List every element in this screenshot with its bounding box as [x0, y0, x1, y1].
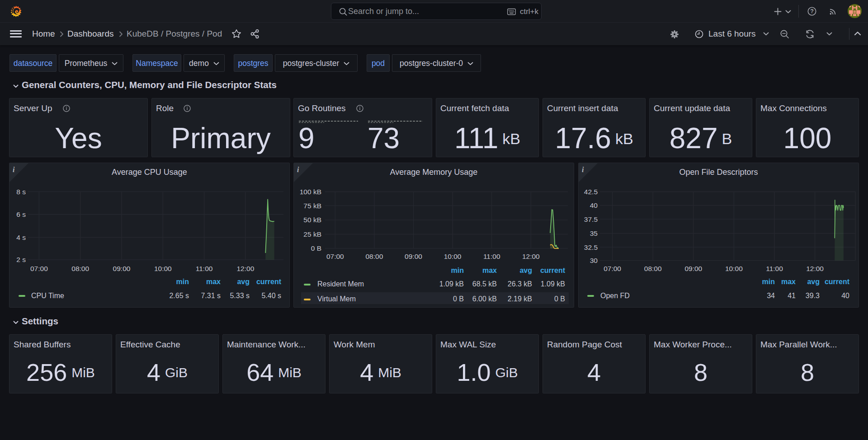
svg-text:08:00: 08:00 [71, 265, 89, 272]
svg-text:30: 30 [590, 257, 598, 264]
svg-text:6 s: 6 s [16, 211, 26, 218]
svg-text:10:00: 10:00 [444, 253, 462, 260]
svg-text:07:00: 07:00 [326, 253, 344, 260]
svg-text:07:00: 07:00 [604, 265, 621, 272]
svg-text:08:00: 08:00 [366, 253, 383, 260]
svg-text:10:00: 10:00 [154, 265, 172, 272]
svg-text:10:00: 10:00 [725, 265, 743, 272]
svg-text:11:00: 11:00 [483, 253, 500, 260]
svg-text:?: ? [810, 8, 814, 14]
svg-text:2 s: 2 s [16, 256, 26, 263]
svg-text:11:00: 11:00 [766, 265, 783, 272]
svg-text:37.5: 37.5 [584, 215, 598, 223]
svg-text:25 kB: 25 kB [303, 230, 321, 238]
svg-text:8 s: 8 s [16, 188, 26, 196]
svg-text:11:00: 11:00 [196, 265, 213, 272]
svg-text:40: 40 [590, 201, 598, 209]
svg-text:75 kB: 75 kB [303, 202, 321, 210]
svg-text:07:00: 07:00 [30, 265, 48, 272]
svg-text:42.5: 42.5 [584, 188, 598, 196]
svg-text:50 kB: 50 kB [303, 216, 321, 224]
svg-text:100 kB: 100 kB [300, 188, 321, 196]
svg-text:12:00: 12:00 [522, 253, 540, 260]
svg-text:12:00: 12:00 [237, 265, 255, 272]
svg-text:32.5: 32.5 [584, 243, 598, 251]
svg-text:12:00: 12:00 [806, 265, 824, 272]
svg-text:0 B: 0 B [311, 244, 321, 252]
svg-text:35: 35 [590, 229, 598, 237]
svg-text:09:00: 09:00 [684, 265, 702, 272]
svg-text:08:00: 08:00 [644, 265, 662, 272]
svg-text:4 s: 4 s [16, 234, 26, 241]
svg-text:09:00: 09:00 [113, 265, 131, 272]
svg-text:09:00: 09:00 [405, 253, 422, 260]
